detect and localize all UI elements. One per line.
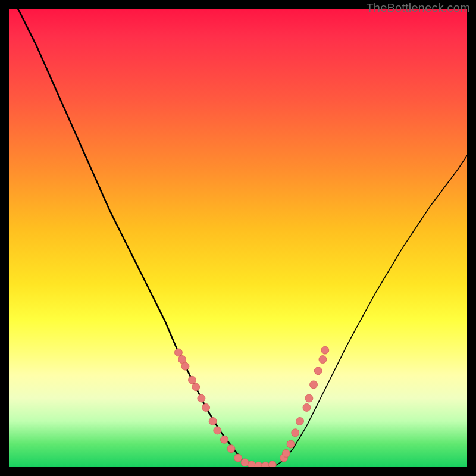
marker-point [241,459,249,466]
curve-left-curve [18,9,252,466]
marker-point [209,418,217,425]
marker-group [174,346,328,467]
chart-frame [9,9,467,467]
marker-point [282,449,290,457]
curve-group [18,9,467,466]
marker-point [292,429,299,437]
marker-point [234,454,242,462]
marker-point [248,461,256,467]
marker-point [198,394,205,402]
marker-point [321,346,329,354]
marker-point [227,445,235,453]
marker-point [189,376,196,384]
marker-point [255,462,262,467]
marker-point [192,383,200,391]
marker-point [296,418,303,425]
marker-point [178,356,186,364]
marker-point [214,427,221,434]
marker-point [174,349,182,356]
chart-overlay [9,9,467,467]
marker-point [262,462,270,467]
marker-point [287,440,295,448]
marker-point [181,362,189,370]
marker-point [303,403,311,411]
marker-point [220,436,228,443]
marker-point [202,403,210,411]
marker-point [310,381,318,389]
marker-point [305,394,313,402]
marker-point [319,356,327,364]
watermark-text: TheBottleneck.com [366,1,470,15]
marker-point [268,461,276,467]
marker-point [314,367,322,375]
